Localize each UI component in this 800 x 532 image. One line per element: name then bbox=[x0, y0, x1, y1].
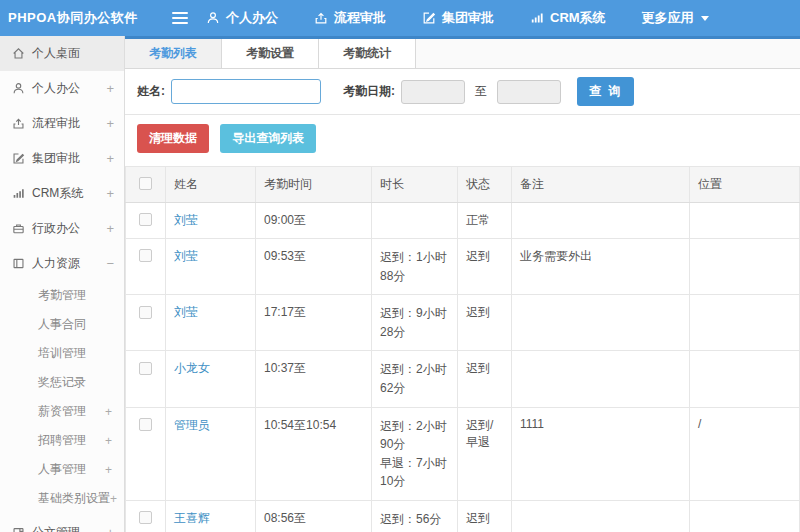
table-row: 刘莹17:17至迟到：9小时28分迟到 bbox=[126, 295, 800, 351]
search-button[interactable]: 查 询 bbox=[577, 77, 634, 106]
employee-name-link[interactable]: 刘莹 bbox=[174, 305, 198, 319]
sidebar-item-group-approval[interactable]: 集团审批+ bbox=[0, 141, 124, 176]
share-icon bbox=[314, 11, 328, 25]
attendance-date-label: 考勤日期: bbox=[343, 83, 395, 100]
row-checkbox[interactable] bbox=[139, 362, 152, 375]
employee-name-link[interactable]: 刘莹 bbox=[174, 213, 198, 227]
topnav-item-workflow-approval[interactable]: 流程审批 bbox=[314, 9, 386, 27]
sidebar-subitem-hr-contract[interactable]: 人事合同 bbox=[0, 310, 124, 339]
sidebar-submenu-human-resources: 考勤管理人事合同培训管理奖惩记录薪资管理+招聘管理+人事管理+基础类别设置+ bbox=[0, 281, 124, 515]
topnav-item-label: 流程审批 bbox=[334, 9, 386, 27]
tab-bar: 考勤列表考勤设置考勤统计 bbox=[125, 39, 800, 69]
row-checkbox[interactable] bbox=[139, 249, 152, 262]
expand-icon: + bbox=[106, 151, 114, 166]
sidebar-item-admin-office[interactable]: 行政办公+ bbox=[0, 211, 124, 246]
export-list-button[interactable]: 导出查询列表 bbox=[220, 124, 316, 153]
status-badge: 迟到 bbox=[458, 295, 512, 351]
column-header: 考勤时间 bbox=[256, 167, 372, 203]
date-to-input[interactable] bbox=[497, 80, 561, 104]
expand-icon: + bbox=[106, 116, 114, 131]
topnav-item-crm-system[interactable]: CRM系统 bbox=[530, 9, 606, 27]
date-from-input[interactable] bbox=[401, 80, 465, 104]
sidebar-item-label: 行政办公 bbox=[32, 220, 106, 237]
row-checkbox[interactable] bbox=[139, 511, 152, 524]
edit-icon bbox=[12, 152, 25, 165]
attendance-time-cell: 10:54至10:54 bbox=[256, 407, 372, 500]
attendance-time-cell: 08:56至 bbox=[256, 500, 372, 532]
employee-name-link[interactable]: 小龙女 bbox=[174, 361, 210, 375]
employee-name-link[interactable]: 王喜辉 bbox=[174, 511, 210, 525]
tab-attendance-list[interactable]: 考勤列表 bbox=[125, 39, 222, 68]
sidebar-item-label: 公文管理 bbox=[32, 524, 106, 532]
sidebar-subitem-salary-mgmt[interactable]: 薪资管理+ bbox=[0, 397, 124, 426]
attendance-time-cell: 09:53至 bbox=[256, 239, 372, 295]
sidebar-item-workflow-approval[interactable]: 流程审批+ bbox=[0, 106, 124, 141]
status-badge: 迟到 bbox=[458, 500, 512, 532]
sidebar-subitem-label: 薪资管理 bbox=[38, 403, 105, 420]
sidebar-item-personal-desktop[interactable]: 个人桌面 bbox=[0, 36, 124, 71]
duration-cell: 迟到：1小时88分 bbox=[372, 239, 458, 295]
sidebar-item-label: 流程审批 bbox=[32, 115, 106, 132]
sidebar-subitem-reward-punishment[interactable]: 奖惩记录 bbox=[0, 368, 124, 397]
sidebar-subitem-label: 招聘管理 bbox=[38, 432, 105, 449]
duration-cell: 迟到：2小时90分早退：7小时10分 bbox=[372, 407, 458, 500]
row-checkbox[interactable] bbox=[139, 418, 152, 431]
user-icon bbox=[12, 82, 25, 95]
topnav-item-label: CRM系统 bbox=[550, 9, 606, 27]
date-range-to-label: 至 bbox=[475, 83, 487, 100]
sidebar-item-crm-system[interactable]: CRM系统+ bbox=[0, 176, 124, 211]
sidebar-subitem-recruit-mgmt[interactable]: 招聘管理+ bbox=[0, 426, 124, 455]
duration-cell: 迟到：2小时62分 bbox=[372, 351, 458, 407]
sidebar-item-label: CRM系统 bbox=[32, 185, 106, 202]
tab-attendance-setup[interactable]: 考勤设置 bbox=[222, 39, 319, 68]
user-icon bbox=[206, 11, 220, 25]
sidebar-item-personal-office[interactable]: 个人办公+ bbox=[0, 71, 124, 106]
location-cell bbox=[690, 500, 800, 532]
topnav-item-label: 集团审批 bbox=[442, 9, 494, 27]
expand-icon: + bbox=[106, 221, 114, 236]
column-header: 姓名 bbox=[166, 167, 256, 203]
table-row: 刘莹09:53至迟到：1小时88分迟到业务需要外出 bbox=[126, 239, 800, 295]
clean-data-button[interactable]: 清理数据 bbox=[137, 124, 209, 153]
select-all-checkbox[interactable] bbox=[139, 177, 152, 190]
column-header: 状态 bbox=[458, 167, 512, 203]
topnav-menu: 个人办公流程审批集团审批CRM系统更多应用 bbox=[206, 9, 745, 27]
sidebar-item-document-mgmt[interactable]: 公文管理+ bbox=[0, 515, 124, 532]
share-icon bbox=[12, 117, 25, 130]
sidebar-subitem-attendance-mgmt[interactable]: 考勤管理 bbox=[0, 281, 124, 310]
employee-name-link[interactable]: 刘莹 bbox=[174, 249, 198, 263]
attendance-table: 姓名考勤时间时长状态备注位置 刘莹09:00至正常刘莹09:53至迟到：1小时8… bbox=[125, 166, 800, 532]
row-checkbox[interactable] bbox=[139, 306, 152, 319]
tab-attendance-stats[interactable]: 考勤统计 bbox=[319, 39, 416, 68]
sidebar-subitem-training-mgmt[interactable]: 培训管理 bbox=[0, 339, 124, 368]
topnav-item-more-apps[interactable]: 更多应用 bbox=[642, 9, 709, 27]
expand-icon: + bbox=[105, 463, 112, 477]
name-input[interactable] bbox=[171, 79, 321, 104]
filter-bar: 姓名: 考勤日期: 至 查 询 bbox=[125, 69, 800, 115]
top-navbar: PHPOA协同办公软件 个人办公流程审批集团审批CRM系统更多应用 bbox=[0, 0, 800, 36]
note-cell bbox=[512, 203, 690, 239]
attendance-time-cell: 17:17至 bbox=[256, 295, 372, 351]
column-header: 时长 bbox=[372, 167, 458, 203]
sidebar-subitem-label: 人事管理 bbox=[38, 461, 105, 478]
duration-cell bbox=[372, 203, 458, 239]
expand-icon: + bbox=[106, 81, 114, 96]
hamburger-menu-icon[interactable] bbox=[168, 5, 192, 31]
edit-icon bbox=[422, 11, 436, 25]
sidebar-subitem-base-category-settings[interactable]: 基础类别设置+ bbox=[0, 484, 124, 513]
row-checkbox[interactable] bbox=[139, 213, 152, 226]
sidebar-item-label: 个人桌面 bbox=[32, 45, 114, 62]
note-cell bbox=[512, 351, 690, 407]
sidebar-subitem-label: 奖惩记录 bbox=[38, 374, 112, 391]
sidebar-subitem-personnel-mgmt[interactable]: 人事管理+ bbox=[0, 455, 124, 484]
topnav-item-group-approval[interactable]: 集团审批 bbox=[422, 9, 494, 27]
expand-icon: + bbox=[110, 492, 117, 506]
employee-name-link[interactable]: 管理员 bbox=[174, 418, 210, 432]
column-header: 位置 bbox=[690, 167, 800, 203]
topnav-item-personal-office[interactable]: 个人办公 bbox=[206, 9, 278, 27]
doc-icon bbox=[12, 526, 25, 532]
sidebar-item-human-resources[interactable]: 人力资源− bbox=[0, 246, 124, 281]
note-cell bbox=[512, 295, 690, 351]
status-badge: 迟到/早退 bbox=[458, 407, 512, 500]
expand-icon: + bbox=[105, 405, 112, 419]
